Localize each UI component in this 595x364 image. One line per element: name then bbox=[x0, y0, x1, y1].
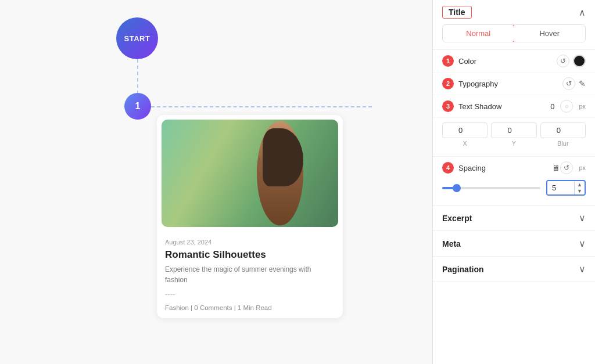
blog-divider: ---- bbox=[165, 290, 335, 298]
shadow-blur-label: Blur bbox=[540, 140, 586, 147]
spacing-title-row: Spacing 🖥 bbox=[458, 163, 560, 172]
spacing-input-wrapper: ▲ ▼ bbox=[546, 180, 586, 196]
blog-date: August 23, 2024 bbox=[165, 239, 335, 246]
color-row: 1 Color ↺ bbox=[433, 50, 595, 73]
shadow-x-input[interactable] bbox=[442, 122, 488, 138]
shadow-inputs: X Y Blur bbox=[433, 118, 595, 157]
typography-actions: ↺ ✎ bbox=[562, 77, 586, 90]
title-header: Title ∧ bbox=[442, 6, 586, 19]
tab-normal[interactable]: Normal bbox=[442, 24, 515, 42]
typography-badge: 2 bbox=[442, 78, 454, 89]
typography-label: Typography bbox=[458, 80, 562, 88]
pagination-section[interactable]: Pagination ∨ bbox=[433, 257, 595, 282]
text-shadow-badge: 3 bbox=[442, 100, 454, 112]
title-section: Title ∧ Normal Hover bbox=[433, 0, 595, 50]
text-shadow-label: Text Shadow bbox=[458, 102, 550, 111]
step-number: 1 bbox=[135, 101, 141, 111]
slider-thumb[interactable] bbox=[453, 184, 461, 192]
img-hair bbox=[263, 128, 303, 186]
spacing-reset-button[interactable]: ↺ bbox=[560, 161, 573, 174]
start-node[interactable]: START bbox=[116, 17, 158, 59]
pagination-chevron-icon: ∨ bbox=[579, 264, 586, 275]
step-node[interactable]: 1 bbox=[124, 93, 151, 120]
color-swatch[interactable] bbox=[573, 55, 586, 67]
blog-title: Romantic Silhouettes bbox=[165, 249, 335, 261]
blog-card-image bbox=[162, 120, 338, 227]
tab-hover[interactable]: Hover bbox=[514, 25, 586, 42]
shadow-xyz-row: X Y Blur bbox=[442, 122, 586, 147]
excerpt-section[interactable]: Excerpt ∨ bbox=[433, 206, 595, 231]
color-actions: ↺ bbox=[557, 55, 586, 67]
panel-collapse-icon[interactable]: ∧ bbox=[579, 7, 586, 18]
horizontal-connector bbox=[151, 106, 372, 107]
shadow-y-label: Y bbox=[491, 140, 536, 147]
meta-section[interactable]: Meta ∨ bbox=[433, 231, 595, 257]
typography-edit-icon[interactable]: ✎ bbox=[579, 79, 586, 88]
state-tabs: Normal Hover bbox=[442, 24, 586, 42]
text-shadow-actions: 0 ○ px bbox=[550, 100, 586, 113]
spacing-label: Spacing bbox=[458, 164, 549, 172]
spacing-stepper: ▲ ▼ bbox=[574, 182, 585, 194]
shadow-blur-box: Blur bbox=[540, 122, 586, 147]
meta-label: Meta bbox=[442, 239, 461, 248]
meta-chevron-icon: ∨ bbox=[579, 238, 586, 249]
shadow-y-input[interactable] bbox=[491, 122, 536, 138]
shadow-y-box: Y bbox=[491, 122, 536, 147]
shadow-x-label: X bbox=[442, 140, 488, 147]
shadow-x-box: X bbox=[442, 122, 488, 147]
pagination-label: Pagination bbox=[442, 265, 484, 274]
spacing-right: ↺ px bbox=[560, 161, 586, 174]
monitor-icon[interactable]: 🖥 bbox=[552, 163, 560, 172]
spacing-input[interactable] bbox=[547, 181, 574, 194]
shadow-blur-input[interactable] bbox=[540, 122, 586, 138]
blog-excerpt: Experience the magic of summer evenings … bbox=[165, 264, 335, 285]
spacing-px-label: px bbox=[579, 164, 586, 171]
blog-card: August 23, 2024 Romantic Silhouettes Exp… bbox=[157, 115, 343, 318]
stepper-up-button[interactable]: ▲ bbox=[575, 182, 585, 188]
typography-row: 2 Typography ↺ ✎ bbox=[433, 73, 595, 95]
typography-reset-button[interactable]: ↺ bbox=[562, 77, 575, 90]
spacing-section: 4 Spacing 🖥 ↺ px ▲ ▼ bbox=[433, 157, 595, 206]
right-panel: Title ∧ Normal Hover 1 Color ↺ 2 Typogra… bbox=[432, 0, 595, 364]
color-label: Color bbox=[458, 57, 557, 66]
excerpt-label: Excerpt bbox=[442, 214, 472, 223]
spacing-header: 4 Spacing 🖥 ↺ px bbox=[442, 161, 586, 174]
shadow-px-label: px bbox=[579, 103, 586, 110]
blog-meta: Fashion | 0 Comments | 1 Min Read bbox=[165, 304, 335, 311]
canvas-inner: START 1 August 23, 2024 Romantic Silhoue… bbox=[0, 12, 432, 364]
text-shadow-row: 3 Text Shadow 0 ○ px bbox=[433, 95, 595, 118]
spacing-badge: 4 bbox=[442, 162, 454, 174]
slider-track[interactable] bbox=[442, 187, 540, 189]
shadow-value: 0 bbox=[550, 102, 554, 111]
blog-card-content: August 23, 2024 Romantic Silhouettes Exp… bbox=[157, 232, 343, 318]
slider-row: ▲ ▼ bbox=[442, 180, 586, 196]
shadow-circle[interactable]: ○ bbox=[560, 100, 573, 113]
color-reset-button[interactable]: ↺ bbox=[557, 55, 569, 67]
excerpt-chevron-icon: ∨ bbox=[579, 212, 586, 224]
canvas-area: START 1 August 23, 2024 Romantic Silhoue… bbox=[0, 0, 432, 364]
stepper-down-button[interactable]: ▼ bbox=[575, 188, 585, 194]
color-badge: 1 bbox=[442, 55, 454, 67]
start-label: START bbox=[124, 34, 150, 43]
vertical-connector bbox=[137, 59, 138, 94]
panel-title-label: Title bbox=[442, 6, 472, 19]
